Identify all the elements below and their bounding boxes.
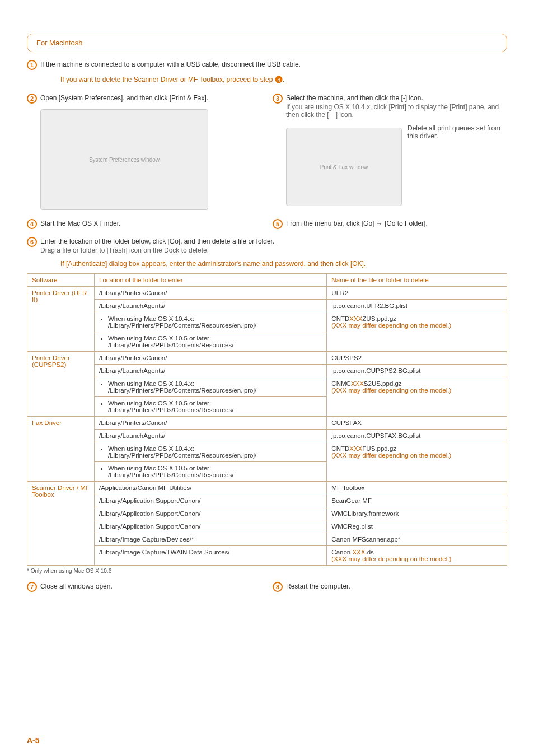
step-1-note: If you want to delete the Scanner Driver… [60, 76, 507, 83]
step-badge-3: 3 [273, 94, 283, 104]
cell-loc: When using Mac OS X 10.5 or later:/Libra… [95, 397, 327, 417]
detail-close: may differ depending on the model.) [346, 387, 451, 394]
table-row: Fax Driver /Library/Printers/Canon/ CUPS… [27, 417, 507, 430]
step-2: 2 Open [System Preferences], and then cl… [27, 94, 261, 104]
cell-name: CNTDXXXFUS.ppd.gz (XXX may differ depend… [327, 442, 507, 482]
table-row: /Library/Application Support/Canon/ WMCL… [27, 507, 507, 520]
cell-loc: When using Mac OS X 10.5 or later:/Libra… [95, 462, 327, 482]
xxx-token: XXX [334, 556, 346, 562]
cell-name: jp.co.canon.UFR2.BG.plist [327, 300, 507, 312]
cell-loc: /Library/Application Support/Canon/ [95, 520, 327, 533]
step-3-side-note: Delete all print queues set from this dr… [407, 124, 507, 140]
cell-name: UFR2 [327, 287, 507, 300]
step-badge-7: 7 [27, 582, 37, 592]
step-6: 6 Enter the location of the folder below… [27, 237, 507, 254]
sw-cups: Printer Driver (CUPSPS2) [27, 352, 95, 417]
cell-name: CUPSFAX [327, 417, 507, 430]
th-location: Location of the folder to enter [95, 274, 327, 287]
table-row: When using Mac OS X 10.4.x:/Library/Prin… [27, 312, 507, 332]
step-6-note: If [Authenticate] dialog box appears, en… [60, 260, 507, 268]
table-row: Scanner Driver / MF Toolbox /Application… [27, 482, 507, 494]
step-7-text: Close all windows open. [40, 582, 261, 590]
cell-loc: /Library/Printers/Canon/ [95, 417, 327, 430]
step-8: 8 Restart the computer. [273, 582, 507, 592]
cell-name: WMCLibrary.framework [327, 507, 507, 520]
cond-path: /Library/Printers/PPDs/Contents/Resource… [108, 472, 233, 478]
cell-loc: When using Mac OS X 10.4.x:/Library/Prin… [95, 312, 327, 332]
step-1-text: If the machine is connected to a compute… [40, 60, 507, 68]
cond-label: When using Mac OS X 10.4.x: [108, 445, 194, 452]
xxx-token: XXX [351, 380, 364, 387]
svg-text:1: 1 [30, 62, 34, 68]
name-prefix: CNMC [331, 380, 351, 387]
cell-loc: /Library/LaunchAgents/ [95, 430, 327, 442]
step-7: 7 Close all windows open. [27, 582, 261, 592]
cond-label: When using Mac OS X 10.5 or later: [108, 465, 211, 472]
table-header-row: Software Location of the folder to enter… [27, 274, 507, 287]
th-software: Software [27, 274, 95, 287]
step-5: 5 From the menu bar, click [Go] → [Go to… [273, 219, 507, 229]
files-table: Software Location of the folder to enter… [27, 273, 507, 566]
name-suffix: FUS.ppd.gz [362, 445, 396, 452]
svg-text:4: 4 [277, 77, 280, 83]
step-badge-1: 1 [27, 60, 37, 70]
cond-label: When using Mac OS X 10.5 or later: [108, 400, 211, 407]
svg-text:6: 6 [30, 239, 34, 245]
step-badge-4: 4 [27, 219, 37, 229]
cell-loc: /Library/Image Capture/Devices/* [95, 533, 327, 546]
table-row: /Library/Application Support/Canon/ Scan… [27, 494, 507, 507]
cell-name: jp.co.canon.CUPSPS2.BG.plist [327, 365, 507, 377]
cond-path: /Library/Printers/PPDs/Contents/Resource… [108, 322, 256, 329]
step-badge-6: 6 [27, 237, 37, 247]
cell-loc: /Library/Image Capture/TWAIN Data Source… [95, 546, 327, 566]
step-6-text: Enter the location of the folder below, … [40, 237, 507, 245]
table-footnote: * Only when using Mac OS X 10.6 [27, 568, 507, 574]
os-section-title: For Macintosh [36, 39, 82, 47]
step-1: 1 If the machine is connected to a compu… [27, 60, 507, 70]
cell-loc: /Library/Printers/Canon/ [95, 352, 327, 365]
cond-label: When using Mac OS X 10.4.x: [108, 315, 194, 322]
name-prefix: CNTD [331, 445, 349, 452]
cell-loc: /Library/Printers/Canon/ [95, 287, 327, 300]
svg-text:5: 5 [276, 221, 279, 227]
step-badge-5: 5 [273, 219, 283, 229]
cell-name: CUPSPS2 [327, 352, 507, 365]
table-row: /Library/Application Support/Canon/ WMCR… [27, 520, 507, 533]
svg-text:7: 7 [30, 584, 34, 590]
table-row: Printer Driver (UFR II) /Library/Printer… [27, 287, 507, 300]
page-number: A-5 [27, 736, 40, 745]
system-preferences-screenshot: System Preferences window [40, 109, 208, 210]
os-section-box: For Macintosh [27, 34, 507, 52]
step-2-text: Open [System Preferences], and then clic… [40, 94, 261, 102]
table-row: /Library/Image Capture/Devices/* Canon M… [27, 533, 507, 546]
th-filename: Name of the file or folder to delete [327, 274, 507, 287]
cell-loc: /Library/LaunchAgents/ [95, 300, 327, 312]
cell-name: Canon XXX.ds (XXX may differ depending o… [327, 546, 507, 566]
step-5-text: From the menu bar, click [Go] → [Go to F… [286, 219, 507, 227]
step-badge-8: 8 [273, 582, 283, 592]
svg-text:4: 4 [30, 221, 34, 227]
step-3-sub: If you are using OS X 10.4.x, click [Pri… [286, 103, 507, 119]
detail-close: may differ depending on the model.) [346, 452, 451, 459]
step-badge-2: 2 [27, 94, 37, 104]
table-row: /Library/LaunchAgents/ jp.co.canon.CUPSF… [27, 430, 507, 442]
name-prefix: Canon [331, 549, 352, 556]
cell-loc: When using Mac OS X 10.4.x:/Library/Prin… [95, 442, 327, 462]
step-3-text: Select the machine, and then click the [… [286, 94, 507, 102]
printfax-placeholder-label: Print & Fax window [320, 164, 368, 170]
xxx-token: XXX [349, 445, 362, 452]
xxx-token: XXX [334, 387, 346, 394]
cond-path: /Library/Printers/PPDs/Contents/Resource… [108, 387, 256, 394]
name-suffix: ZUS.ppd.gz [362, 315, 396, 322]
cell-name: CNMCXXXS2US.ppd.gz (XXX may differ depen… [327, 377, 507, 417]
table-row: When using Mac OS X 10.4.x:/Library/Prin… [27, 377, 507, 397]
sysprefs-placeholder-label: System Preferences window [89, 157, 160, 163]
cell-name: jp.co.canon.CUPSFAX.BG.plist [327, 430, 507, 442]
step-3: 3 Select the machine, and then click the… [273, 94, 507, 119]
cond-path: /Library/Printers/PPDs/Contents/Resource… [108, 407, 233, 413]
step-1-note-a: If you want to delete the Scanner Driver… [60, 76, 275, 83]
sw-fax: Fax Driver [27, 417, 95, 482]
name-suffix: .ds [365, 549, 373, 556]
step-4-text: Start the Mac OS X Finder. [40, 219, 261, 227]
xxx-token: XXX [334, 452, 346, 459]
